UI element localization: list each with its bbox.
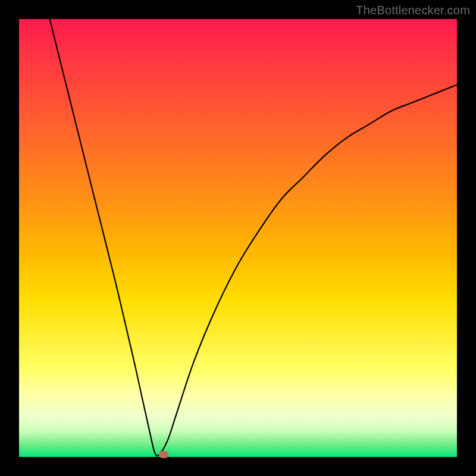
plot-area [19,19,457,457]
optimum-marker-icon [159,451,168,458]
chart-frame: TheBottlenecker.com [0,0,476,476]
attribution-watermark: TheBottlenecker.com [356,4,470,17]
bottleneck-curve [19,19,457,457]
